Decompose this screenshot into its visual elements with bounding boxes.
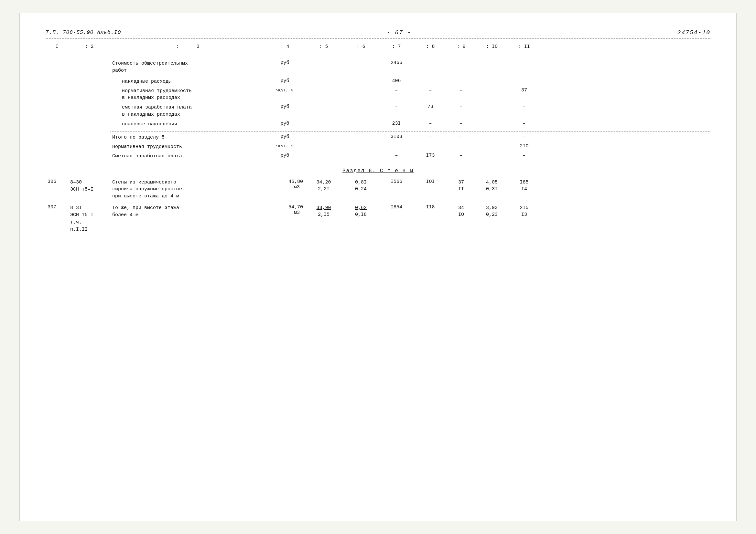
item-307-col10: 3,93 0,23 — [476, 204, 508, 219]
cell-col9: – — [446, 78, 476, 84]
content-area: Стоимость общестроительныхработ руб 2466… — [45, 60, 711, 234]
cell-col9: – — [446, 143, 476, 150]
cell-col11: – — [508, 152, 540, 159]
cell-code — [68, 152, 110, 153]
cell-col11: – — [508, 78, 540, 84]
item-306-num: 306 — [45, 178, 68, 185]
cell-col6 — [343, 87, 379, 88]
cell-desc: накладные расходы — [110, 78, 265, 86]
cell-desc: нормативная трудоемкостьв накладных расх… — [110, 87, 265, 102]
cell-col11: – — [508, 134, 540, 140]
col-header-3: : 3 — [110, 43, 265, 50]
header-center: - 67 - — [387, 29, 412, 36]
cell-col6 — [343, 103, 379, 105]
cell-code — [68, 134, 110, 135]
cell-col11: – — [508, 60, 540, 66]
cell-col8: – — [414, 60, 446, 66]
item-307-desc: То же, при высоте этажа более 4 м — [110, 204, 265, 219]
cell-num — [45, 78, 68, 79]
cell-col7: – — [379, 143, 414, 150]
cell-col8: 73 — [414, 103, 446, 110]
item-306-code: 8–30ЭСН т5–I — [68, 178, 110, 194]
cell-col10 — [476, 152, 508, 153]
cell-col10 — [476, 78, 508, 79]
cell-unit: руб — [265, 152, 304, 159]
cell-col8: I73 — [414, 152, 446, 159]
cell-col11: 37 — [508, 87, 540, 94]
col-header-2: : 2 — [68, 43, 110, 50]
cell-num — [45, 120, 68, 121]
item-306-col11: I85 I4 — [508, 178, 540, 193]
item-306-unit: 45,80м3 — [265, 178, 304, 191]
cell-col6 — [343, 60, 379, 61]
col-header-1: I — [45, 43, 68, 50]
cell-desc: Итого по разделу 5 — [110, 134, 265, 141]
razdel6-title: Раздел 6. С т е н ы — [45, 168, 711, 174]
item-306-col7: I566 — [379, 178, 414, 185]
cell-col10 — [476, 60, 508, 61]
cell-col9: – — [446, 103, 476, 110]
cell-col9: – — [446, 60, 476, 66]
cell-col8: – — [414, 78, 446, 84]
cell-col6 — [343, 134, 379, 135]
header-separator — [45, 38, 711, 39]
col-header-10: : IO — [476, 43, 508, 50]
row-307: 307 8–3IЭСН т5–Iт.ч.п.I.II То же, при вы… — [45, 204, 711, 234]
cell-unit: руб — [265, 120, 304, 127]
item-307-col9: 34 IO — [446, 204, 476, 219]
cell-col5 — [304, 78, 343, 79]
cell-col5 — [304, 152, 343, 153]
cell-col6 — [343, 152, 379, 153]
item-307-col7: I854 — [379, 204, 414, 211]
cell-code — [68, 120, 110, 121]
cell-num — [45, 103, 68, 105]
cell-unit: руб — [265, 78, 304, 84]
col-header-11: : II — [508, 43, 540, 50]
row-itogo-5: Итого по разделу 5 руб 3I03 – – – — [45, 134, 711, 141]
cell-col10 — [476, 103, 508, 105]
col-header-9: : 9 — [446, 43, 476, 50]
item-307-unit: 54,70м3 — [265, 204, 304, 216]
page: Т.П. 708-55.90 Альб.IO - 67 - 24754-10 I… — [19, 13, 737, 521]
cell-col8: – — [414, 87, 446, 94]
cell-col5 — [304, 60, 343, 61]
cell-col5 — [304, 134, 343, 135]
row-plan-accum: плановые накопления руб 23I – – – — [45, 120, 711, 128]
cell-num — [45, 134, 68, 135]
cell-col6 — [343, 143, 379, 144]
cell-col8: – — [414, 134, 446, 140]
cell-col6 — [343, 78, 379, 79]
cell-desc: Сметная заработная плата — [110, 152, 265, 160]
cell-desc: сметная заработная платав накладных расх… — [110, 103, 265, 119]
cell-num — [45, 143, 68, 144]
cell-col10 — [476, 87, 508, 88]
cell-col11: 2IO — [508, 143, 540, 150]
item-307-col11: 2I5 I3 — [508, 204, 540, 219]
cell-col11: – — [508, 103, 540, 110]
cell-num — [45, 60, 68, 61]
cell-code — [68, 87, 110, 88]
cell-col8: – — [414, 143, 446, 150]
col-header-8: : 8 — [414, 43, 446, 50]
cell-col7: 23I — [379, 120, 414, 127]
item-307-code: 8–3IЭСН т5–Iт.ч.п.I.II — [68, 204, 110, 234]
cell-desc: Стоимость общестроительныхработ — [110, 60, 265, 75]
cell-col7: 2466 — [379, 60, 414, 66]
item-307-col6: 0,62 0,I8 — [343, 204, 379, 219]
item-306-col6: 0,8I 0,24 — [343, 178, 379, 193]
cell-col9: – — [446, 120, 476, 127]
row-wage-overhead: сметная заработная платав накладных расх… — [45, 103, 711, 119]
cell-col5 — [304, 120, 343, 121]
cell-col10 — [476, 120, 508, 121]
col-header-5: : 5 — [304, 43, 343, 50]
cell-col7: 3I03 — [379, 134, 414, 140]
cell-col5 — [304, 143, 343, 144]
row-wage-itogo: Сметная заработная плата руб – I73 – – — [45, 152, 711, 160]
cell-col11: – — [508, 120, 540, 127]
cell-code — [68, 103, 110, 105]
cell-code — [68, 60, 110, 61]
cell-unit: чел.-ч — [265, 87, 304, 94]
row-overhead: накладные расходы руб 406 – – – — [45, 78, 711, 86]
cell-unit: чел.-ч — [265, 143, 304, 150]
header-left: Т.П. 708-55.90 Альб.IO — [45, 30, 121, 36]
